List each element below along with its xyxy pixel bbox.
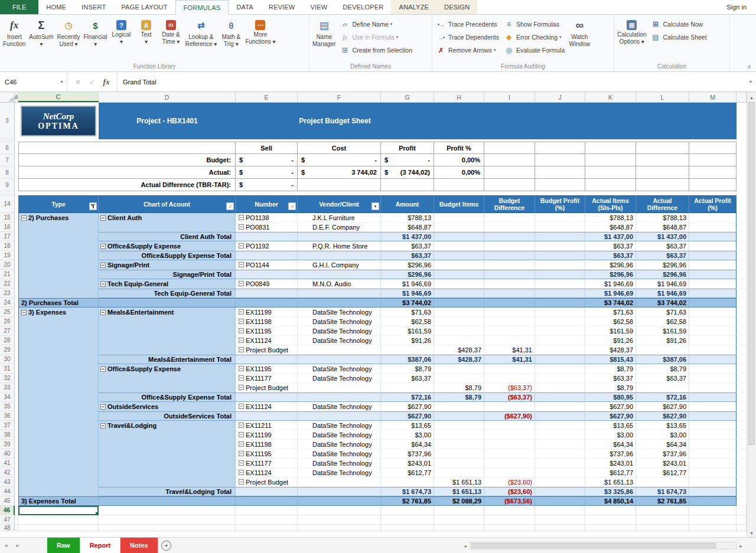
cell-K37[interactable]: $13,65 bbox=[585, 421, 636, 430]
cell-I35[interactable] bbox=[484, 402, 535, 411]
row-header-27[interactable]: 27 bbox=[0, 326, 15, 336]
collapse-box-icon[interactable]: − bbox=[21, 310, 27, 315]
cell-I31[interactable] bbox=[484, 364, 535, 374]
cell-G22[interactable]: $1 946,69 bbox=[381, 279, 434, 289]
ribbon-tab-insert[interactable]: INSERT bbox=[74, 0, 113, 14]
cell-sell-header[interactable]: Sell bbox=[236, 142, 298, 154]
cell-L46[interactable] bbox=[636, 506, 689, 515]
cell-I41[interactable] bbox=[484, 459, 535, 468]
ribbon-tab-data[interactable]: DATA bbox=[229, 0, 261, 14]
collapse-box-icon[interactable]: − bbox=[21, 215, 27, 221]
cell-H44[interactable]: $1 651,13 bbox=[434, 487, 484, 496]
cell-L19[interactable]: $63,37 bbox=[636, 251, 689, 260]
column-header-h[interactable]: H bbox=[434, 92, 484, 102]
cell-I36[interactable]: ($627,90) bbox=[484, 411, 535, 421]
row-header-37[interactable]: 37 bbox=[0, 421, 15, 430]
cell-E30[interactable] bbox=[236, 355, 298, 364]
cell-K21[interactable]: $296,96 bbox=[585, 270, 636, 279]
new-sheet-button[interactable] bbox=[158, 538, 175, 553]
collapse-box-icon[interactable]: − bbox=[100, 310, 106, 315]
cell-D23[interactable]: Tech Equip-General Total bbox=[99, 289, 236, 298]
cell-C31[interactable] bbox=[18, 364, 99, 374]
cell-K26[interactable]: $62,58 bbox=[585, 317, 636, 326]
vertical-scrollbar[interactable] bbox=[747, 92, 756, 537]
cell-M30[interactable] bbox=[689, 355, 737, 364]
row-header-7[interactable]: 7 bbox=[0, 154, 15, 166]
cell-K44[interactable]: $3 325,86 bbox=[585, 487, 636, 496]
cell-E48[interactable] bbox=[236, 525, 298, 531]
row-header-8[interactable]: 8 bbox=[0, 166, 15, 179]
collapse-box-icon[interactable]: − bbox=[100, 215, 106, 221]
cell-N27[interactable] bbox=[737, 326, 747, 336]
cell-K40[interactable]: $737,96 bbox=[585, 449, 636, 459]
cell-L28[interactable]: $91,26 bbox=[636, 336, 689, 345]
cell-C19[interactable] bbox=[18, 251, 99, 260]
lookup-reference-button[interactable]: Lookup &Reference ▾ bbox=[183, 15, 219, 62]
cell-M26[interactable] bbox=[689, 317, 737, 326]
ribbon-tab-review[interactable]: REVIEW bbox=[261, 0, 303, 14]
cell-C21[interactable] bbox=[18, 270, 99, 279]
cell-G40[interactable]: $737,96 bbox=[381, 449, 434, 459]
cell-K45[interactable]: $4 850,14 bbox=[585, 496, 636, 506]
cell-D29[interactable] bbox=[99, 345, 236, 355]
more-functions-button[interactable]: MoreFunctions ▾ bbox=[243, 15, 277, 62]
cell-L36[interactable]: $627,90 bbox=[636, 411, 689, 421]
column-header-f[interactable]: F bbox=[298, 92, 381, 102]
cell-L22[interactable]: $1 946,69 bbox=[636, 279, 689, 289]
collapse-box-icon[interactable]: − bbox=[239, 309, 244, 315]
cell-I24[interactable] bbox=[484, 298, 535, 307]
cell-G20[interactable]: $296,96 bbox=[381, 260, 434, 270]
cell-L34[interactable]: $72,16 bbox=[636, 392, 689, 402]
vertical-scroll-thumb[interactable] bbox=[748, 102, 755, 445]
cell-K42[interactable]: $612,77 bbox=[585, 468, 636, 477]
name-box-dropdown-icon[interactable] bbox=[57, 72, 67, 91]
cell-L18[interactable]: $63,37 bbox=[636, 241, 689, 251]
cell-E42[interactable]: −EX11124 bbox=[236, 468, 298, 477]
collapse-box-icon[interactable]: − bbox=[239, 432, 244, 437]
cell-G16[interactable]: $648,87 bbox=[381, 222, 434, 232]
funnel-filter-button[interactable] bbox=[89, 202, 97, 210]
insert-function-icon[interactable] bbox=[99, 77, 113, 87]
row-header-38[interactable]: 38 bbox=[0, 430, 15, 440]
cell-J37[interactable] bbox=[535, 421, 585, 430]
cell-M47[interactable] bbox=[689, 515, 737, 525]
cell-actual-diff-label[interactable]: Actual Difference (TBR-TAR): bbox=[18, 179, 236, 191]
cell-H25[interactable] bbox=[434, 307, 484, 317]
cell-M39[interactable] bbox=[689, 440, 737, 449]
cell-L47[interactable] bbox=[636, 515, 689, 525]
cell-E45[interactable] bbox=[236, 496, 298, 506]
watch-window-button[interactable]: WatchWindow bbox=[567, 15, 592, 62]
cell-H29[interactable]: $428,37 bbox=[434, 345, 484, 355]
cell-D44[interactable]: Travel&Lodging Total bbox=[99, 487, 236, 496]
cell-F29[interactable] bbox=[298, 345, 381, 355]
cell-I16[interactable] bbox=[484, 222, 535, 232]
cell-G31[interactable]: $8,79 bbox=[381, 364, 434, 374]
cell-N40[interactable] bbox=[737, 449, 747, 459]
cell-I32[interactable] bbox=[484, 374, 535, 383]
row-header-42[interactable]: 42 bbox=[0, 468, 15, 477]
cell-G17[interactable]: $1 437,00 bbox=[381, 232, 434, 241]
cell-D43[interactable] bbox=[99, 477, 236, 487]
cell-budget-sell[interactable]: $- bbox=[236, 154, 298, 166]
cell-L27[interactable]: $161,59 bbox=[636, 326, 689, 336]
row-header-34[interactable]: 34 bbox=[0, 392, 15, 402]
row-header-47[interactable]: 47 bbox=[0, 515, 15, 525]
calculation-options-button[interactable]: CalculationOptions ▾ bbox=[615, 15, 648, 62]
column-header-e[interactable]: E bbox=[236, 92, 298, 102]
cell-N20[interactable] bbox=[737, 260, 747, 270]
collapse-box-icon[interactable]: − bbox=[239, 460, 244, 466]
cell-F46[interactable] bbox=[298, 506, 381, 515]
cell-C45[interactable]: 3) Expenses Total bbox=[18, 496, 99, 506]
cell-K29[interactable]: $428,37 bbox=[585, 345, 636, 355]
cell-K18[interactable]: $63,37 bbox=[585, 241, 636, 251]
cell-L43[interactable] bbox=[636, 477, 689, 487]
cell-I48[interactable] bbox=[484, 525, 535, 531]
autosum-button[interactable]: AutoSum▾ bbox=[27, 15, 55, 62]
cell-L23[interactable]: $1 946,69 bbox=[636, 289, 689, 298]
cell-N32[interactable] bbox=[737, 374, 747, 383]
name-box[interactable]: C46 bbox=[0, 72, 57, 91]
cell-G32[interactable]: $63,37 bbox=[381, 374, 434, 383]
cell-K16[interactable]: $648,87 bbox=[585, 222, 636, 232]
cell-I23[interactable] bbox=[484, 289, 535, 298]
cell-E35[interactable]: −EX11124 bbox=[236, 402, 298, 411]
